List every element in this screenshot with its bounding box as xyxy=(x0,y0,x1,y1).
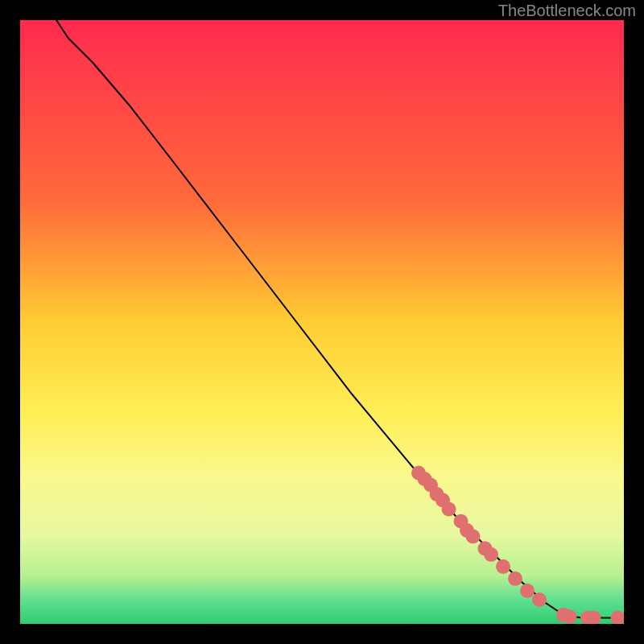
gradient-background xyxy=(20,20,624,624)
data-point xyxy=(532,592,547,607)
data-point xyxy=(496,559,510,574)
watermark-text: TheBottleneck.com xyxy=(498,2,636,20)
chart-frame: TheBottleneck.com xyxy=(0,0,644,644)
plot-area xyxy=(20,20,624,624)
data-point xyxy=(520,584,535,598)
data-point xyxy=(563,609,577,624)
data-point xyxy=(466,529,481,543)
data-point xyxy=(442,502,456,517)
data-point xyxy=(508,572,522,586)
data-point xyxy=(484,547,498,562)
chart-svg xyxy=(20,20,624,624)
